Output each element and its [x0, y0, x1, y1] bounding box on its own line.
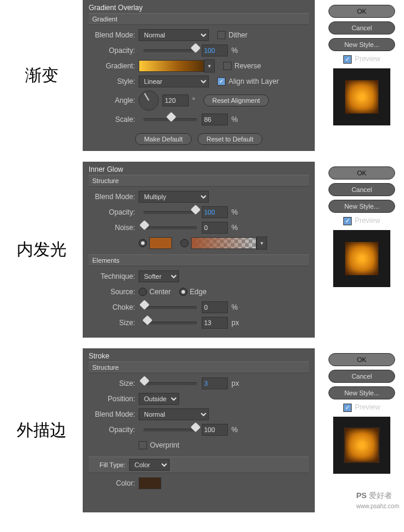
- opacity-input[interactable]: [202, 45, 228, 56]
- choke-slider[interactable]: [143, 306, 197, 309]
- choke-unit: %: [231, 303, 238, 311]
- panel-title: Stroke: [89, 352, 309, 360]
- scale-slider[interactable]: [143, 118, 197, 121]
- preview-swatch: [333, 417, 390, 474]
- source-center-radio[interactable]: [139, 288, 147, 296]
- opacity-label: Opacity:: [89, 46, 139, 55]
- overprint-checkbox[interactable]: [139, 441, 147, 449]
- position-label: Position:: [89, 395, 139, 403]
- size-slider[interactable]: [143, 322, 197, 325]
- size-unit: px: [231, 319, 239, 327]
- opacity-slider[interactable]: [143, 211, 197, 214]
- cancel-button[interactable]: Cancel: [328, 370, 395, 383]
- preview-swatch: [333, 230, 390, 287]
- position-select[interactable]: Outside: [139, 393, 179, 405]
- angle-unit: °: [192, 96, 195, 105]
- align-layer-label: Align with Layer: [228, 77, 279, 86]
- edge-label: Edge: [190, 288, 206, 296]
- choke-label: Choke:: [89, 303, 139, 311]
- opacity-label: Opacity:: [89, 426, 139, 434]
- preview-checkbox[interactable]: [343, 55, 352, 64]
- technique-select[interactable]: Softer: [139, 270, 179, 282]
- source-label: Source:: [89, 288, 139, 296]
- reset-default-button[interactable]: Reset to Default: [198, 133, 262, 145]
- ok-button[interactable]: OK: [328, 353, 395, 366]
- new-style-button[interactable]: New Style...: [328, 386, 395, 399]
- size-input[interactable]: [202, 377, 228, 389]
- side-panel: OK Cancel New Style... Preview: [320, 0, 404, 151]
- make-default-button[interactable]: Make Default: [135, 133, 192, 145]
- source-edge-radio[interactable]: [179, 288, 187, 296]
- dither-label: Dither: [228, 31, 248, 39]
- gradient-radio[interactable]: [180, 239, 189, 247]
- size-unit: px: [231, 379, 239, 388]
- blend-mode-select[interactable]: Normal: [139, 29, 209, 41]
- align-layer-checkbox[interactable]: [217, 77, 226, 86]
- blend-mode-select[interactable]: Multiply: [139, 191, 209, 203]
- technique-label: Technique:: [89, 272, 139, 281]
- section-label-innerglow: 内发光: [17, 238, 67, 261]
- size-slider[interactable]: [143, 382, 197, 385]
- gradient-dropdown-icon[interactable]: ▼: [204, 59, 215, 73]
- reset-alignment-button[interactable]: Reset Alignment: [203, 95, 269, 106]
- panel-title: Inner Glow: [89, 165, 309, 174]
- noise-input[interactable]: [202, 222, 228, 234]
- panel-subtitle: Gradient: [89, 13, 309, 25]
- opacity-input[interactable]: [202, 424, 228, 436]
- opacity-unit: %: [231, 426, 238, 434]
- panel-subtitle: Structure: [89, 361, 309, 373]
- blend-mode-label: Blend Mode:: [89, 193, 139, 201]
- angle-label: Angle:: [89, 96, 139, 105]
- opacity-slider[interactable]: [143, 49, 197, 52]
- blend-mode-select[interactable]: Normal: [139, 408, 209, 420]
- cancel-button[interactable]: Cancel: [328, 21, 395, 34]
- opacity-slider[interactable]: [143, 429, 197, 432]
- stroke-color-swatch[interactable]: [139, 477, 161, 489]
- fill-type-select[interactable]: Color: [129, 459, 170, 471]
- preview-checkbox[interactable]: [343, 404, 352, 412]
- opacity-unit: %: [231, 46, 238, 55]
- preview-checkbox[interactable]: [343, 217, 352, 225]
- noise-unit: %: [231, 223, 238, 232]
- scale-input[interactable]: [202, 114, 228, 125]
- angle-dial[interactable]: [139, 90, 159, 111]
- dither-checkbox[interactable]: [217, 31, 226, 39]
- cancel-button[interactable]: Cancel: [328, 183, 395, 196]
- color-radio[interactable]: [139, 239, 147, 247]
- preview-label: Preview: [355, 55, 380, 63]
- section-label-stroke: 外描边: [17, 419, 67, 442]
- side-panel: OK Cancel New Style... Preview: [320, 162, 404, 338]
- glow-gradient-dropdown-icon[interactable]: ▼: [256, 237, 267, 250]
- elements-header: Elements: [89, 254, 309, 266]
- watermark: PS 爱好者 www.psahz.com: [356, 490, 399, 510]
- scale-unit: %: [231, 115, 238, 124]
- reverse-checkbox[interactable]: [223, 62, 231, 70]
- preview-label: Preview: [355, 403, 380, 411]
- blend-mode-label: Blend Mode:: [89, 410, 139, 418]
- center-label: Center: [149, 288, 171, 296]
- size-label: Size:: [89, 319, 139, 327]
- style-label: Style:: [89, 77, 139, 86]
- gradient-swatch[interactable]: [139, 60, 204, 72]
- panel-subtitle: Structure: [89, 175, 309, 187]
- size-input[interactable]: [202, 317, 228, 329]
- choke-input[interactable]: [202, 301, 228, 313]
- opacity-label: Opacity:: [89, 208, 139, 216]
- scale-label: Scale:: [89, 115, 139, 124]
- ok-button[interactable]: OK: [328, 5, 395, 18]
- fill-type-label: Fill Type:: [92, 461, 129, 468]
- glow-gradient-swatch[interactable]: [191, 237, 256, 249]
- color-label: Color:: [89, 479, 139, 487]
- section-label-gradient: 渐变: [25, 64, 58, 87]
- ok-button[interactable]: OK: [328, 166, 395, 180]
- style-select[interactable]: Linear: [139, 75, 209, 87]
- stroke-panel: Stroke Structure Size: px Position: Outs…: [83, 348, 315, 512]
- inner-glow-panel: Inner Glow Structure Blend Mode: Multipl…: [83, 162, 315, 338]
- opacity-input[interactable]: [202, 206, 228, 218]
- angle-input[interactable]: [162, 95, 189, 106]
- new-style-button[interactable]: New Style...: [328, 38, 395, 51]
- overprint-label: Overprint: [150, 441, 179, 449]
- noise-slider[interactable]: [143, 226, 197, 229]
- glow-color-swatch[interactable]: [149, 237, 172, 249]
- new-style-button[interactable]: New Style...: [328, 200, 395, 213]
